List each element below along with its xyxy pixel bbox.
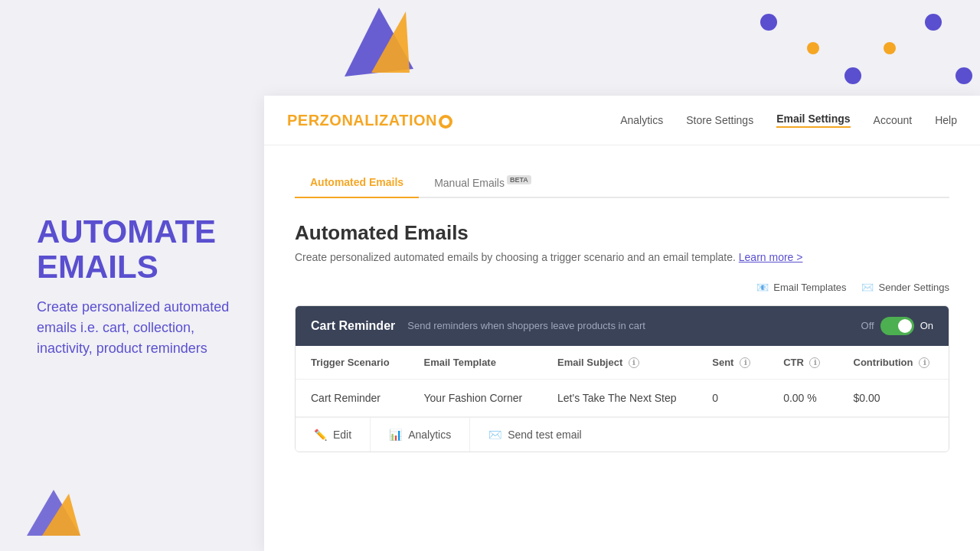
navbar: PERZONALIZATION Analytics Store Settings… <box>264 96 980 145</box>
subject-info-icon: ℹ <box>629 357 639 368</box>
beta-badge: BETA <box>507 175 531 184</box>
toggle-off-label: Off <box>861 320 874 331</box>
email-templates-icon: 📧 <box>756 282 769 293</box>
cell-ctr: 0.00 % <box>768 380 838 417</box>
page-title-area: Automated Emails Create personalized aut… <box>295 221 949 263</box>
cell-template: Your Fashion Corner <box>409 380 543 417</box>
analytics-button[interactable]: 📊 Analytics <box>371 418 470 452</box>
logo-icon <box>439 115 452 129</box>
dot-orange-2 <box>884 42 896 54</box>
ctr-info-icon: ℹ <box>809 357 820 368</box>
dot-orange-1 <box>807 42 819 54</box>
card-description: Send reminders when shoppers leave produ… <box>407 320 861 331</box>
left-subtext: Create personalized automated emails i.e… <box>37 297 251 359</box>
toggle-on-label: On <box>920 320 933 331</box>
dot-purple-1 <box>760 14 777 31</box>
card-title: Cart Reminder <box>311 319 395 333</box>
send-test-icon: ✉️ <box>488 429 501 441</box>
nav-links: Analytics Store Settings Email Settings … <box>620 112 957 128</box>
email-templates-label: Email Templates <box>773 282 846 293</box>
tabs: Automated Emails Manual EmailsBETA <box>295 168 949 198</box>
cell-sent: 0 <box>697 380 768 417</box>
action-row: 📧 Email Templates ✉️ Sender Settings <box>295 282 949 293</box>
th-contribution: Contribution ℹ <box>838 346 949 380</box>
th-sent: Sent ℹ <box>697 346 768 380</box>
logo: PERZONALIZATION <box>287 112 452 129</box>
nav-store-settings[interactable]: Store Settings <box>686 114 753 126</box>
left-headline: AUTOMATE EMAILS <box>37 214 251 285</box>
card-header: Cart Reminder Send reminders when shoppe… <box>296 306 949 346</box>
toggle-wrapper: Off On <box>861 317 933 335</box>
bottom-left-triangle <box>23 486 84 540</box>
edit-label: Edit <box>333 429 351 441</box>
page-description: Create personalized automated emails by … <box>295 251 949 263</box>
nav-analytics[interactable]: Analytics <box>620 114 663 126</box>
email-card: Cart Reminder Send reminders when shoppe… <box>295 305 949 453</box>
th-template: Email Template <box>409 346 543 380</box>
th-trigger: Trigger Scenario <box>296 346 409 380</box>
nav-help[interactable]: Help <box>935 114 957 126</box>
tab-automated[interactable]: Automated Emails <box>295 168 419 198</box>
analytics-icon: 📊 <box>389 429 402 441</box>
page-content: Automated Emails Manual EmailsBETA Autom… <box>264 145 980 475</box>
cell-subject: Let's Take The Next Step <box>542 380 697 417</box>
send-test-button[interactable]: ✉️ Send test email <box>470 418 600 452</box>
send-test-label: Send test email <box>508 429 582 441</box>
left-panel: AUTOMATE EMAILS Create personalized auto… <box>37 214 251 359</box>
data-table: Trigger Scenario Email Template Email Su… <box>296 346 949 418</box>
email-templates-button[interactable]: 📧 Email Templates <box>756 282 846 293</box>
cell-trigger: Cart Reminder <box>296 380 409 417</box>
learn-more-link[interactable]: Learn more > <box>739 251 803 263</box>
dot-purple-4 <box>956 67 972 84</box>
sender-settings-label: Sender Settings <box>878 282 949 293</box>
logo-text: PERZONALIZATION <box>287 112 437 129</box>
sent-info-icon: ℹ <box>740 357 750 368</box>
edit-icon: ✏️ <box>314 429 327 441</box>
analytics-label: Analytics <box>408 429 451 441</box>
hero-triangles <box>329 4 421 80</box>
contribution-info-icon: ℹ <box>919 357 929 368</box>
cell-contribution: $0.00 <box>838 380 949 417</box>
edit-button[interactable]: ✏️ Edit <box>296 418 371 452</box>
th-ctr: CTR ℹ <box>768 346 838 380</box>
tab-manual[interactable]: Manual EmailsBETA <box>419 168 547 198</box>
tab-automated-label: Automated Emails <box>310 176 403 188</box>
card-footer: ✏️ Edit 📊 Analytics ✉️ Send test email <box>296 417 949 452</box>
table-header-row: Trigger Scenario Email Template Email Su… <box>296 346 949 380</box>
toggle-switch[interactable] <box>880 317 914 335</box>
nav-email-settings[interactable]: Email Settings <box>776 112 850 128</box>
th-subject: Email Subject ℹ <box>542 346 697 380</box>
dot-purple-3 <box>844 67 861 84</box>
main-container: PERZONALIZATION Analytics Store Settings… <box>264 96 980 551</box>
nav-account[interactable]: Account <box>874 114 913 126</box>
sender-settings-icon: ✉️ <box>861 282 874 293</box>
dot-purple-2 <box>925 14 942 31</box>
tab-manual-label: Manual Emails <box>434 177 505 189</box>
sender-settings-button[interactable]: ✉️ Sender Settings <box>861 282 949 293</box>
table-row: Cart Reminder Your Fashion Corner Let's … <box>296 380 949 417</box>
page-title: Automated Emails <box>295 221 949 245</box>
